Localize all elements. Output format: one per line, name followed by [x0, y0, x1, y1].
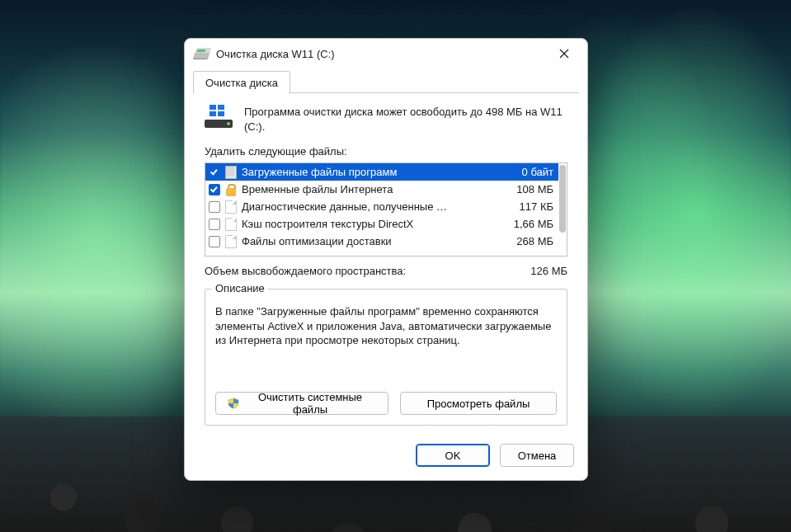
disk-cleanup-icon	[195, 48, 210, 59]
file-row[interactable]: Диагностические данные, полученные …117 …	[205, 198, 558, 215]
drive-icon	[205, 105, 233, 128]
file-size: 0 байт	[516, 166, 553, 178]
freed-label: Объем высвобождаемого пространства:	[205, 265, 406, 277]
file-row[interactable]: Временные файлы Интернета108 МБ	[205, 181, 558, 198]
file-row[interactable]: Файлы оптимизации доставки268 МБ	[205, 233, 558, 250]
scrollbar[interactable]	[559, 165, 566, 254]
page-icon	[225, 200, 237, 214]
file-size: 1,66 МБ	[507, 218, 553, 230]
view-files-label: Просмотреть файлы	[427, 398, 530, 410]
filelist-label: Удалить следующие файлы:	[205, 145, 567, 158]
summary-row: Программа очистки диска может освободить…	[205, 105, 567, 134]
file-checkbox[interactable]	[209, 236, 220, 247]
shield-icon	[228, 398, 239, 409]
file-name: Временные файлы Интернета	[242, 183, 505, 195]
disk-cleanup-dialog: Очистка диска W11 (C:) Очистка диска Про…	[184, 38, 588, 481]
clean-system-files-label: Очистить системные файлы	[244, 391, 376, 416]
file-checkbox[interactable]	[209, 184, 220, 195]
ok-button[interactable]: OK	[416, 444, 490, 467]
file-name: Файлы оптимизации доставки	[242, 235, 505, 247]
page-icon	[225, 235, 237, 248]
close-icon	[559, 49, 569, 59]
clean-system-files-button[interactable]: Очистить системные файлы	[215, 392, 388, 415]
tab-main[interactable]: Очистка диска	[193, 71, 290, 94]
file-list: Загруженные файлы программ0 байтВременны…	[205, 162, 567, 257]
freed-row: Объем высвобождаемого пространства: 126 …	[205, 265, 567, 277]
file-name: Диагностические данные, полученные …	[242, 200, 508, 213]
window-title: Очистка диска W11 (C:)	[216, 48, 335, 60]
description-group: Описание В папке "Загруженные файлы прог…	[205, 289, 567, 426]
titlebar[interactable]: Очистка диска W11 (C:)	[185, 39, 587, 68]
file-size: 268 МБ	[510, 235, 553, 247]
tab-body: Программа очистки диска может освободить…	[193, 93, 579, 437]
view-files-button[interactable]: Просмотреть файлы	[400, 392, 557, 415]
close-button[interactable]	[546, 41, 582, 66]
freed-value: 126 МБ	[530, 265, 567, 277]
page-icon	[225, 218, 237, 231]
scroll-thumb[interactable]	[559, 165, 566, 233]
file-name: Загруженные файлы программ	[242, 166, 511, 178]
file-size: 108 МБ	[510, 183, 553, 195]
stack-icon	[225, 166, 237, 179]
file-name: Кэш построителя текстуры DirectX	[242, 218, 502, 230]
summary-text: Программа очистки диска может освободить…	[244, 105, 567, 134]
description-text: В папке "Загруженные файлы программ" вре…	[215, 304, 557, 379]
file-checkbox[interactable]	[209, 167, 220, 178]
cancel-button[interactable]: Отмена	[500, 444, 574, 467]
file-row[interactable]: Загруженные файлы программ0 байт	[205, 163, 558, 181]
file-size: 117 КБ	[513, 200, 553, 213]
file-checkbox[interactable]	[209, 219, 220, 230]
tabstrip: Очистка диска	[185, 68, 587, 93]
file-row[interactable]: Кэш построителя текстуры DirectX1,66 МБ	[205, 215, 558, 233]
dialog-footer: OK Отмена	[185, 437, 587, 480]
description-legend: Описание	[212, 282, 268, 294]
file-checkbox[interactable]	[209, 201, 220, 213]
lock-icon	[225, 183, 237, 196]
